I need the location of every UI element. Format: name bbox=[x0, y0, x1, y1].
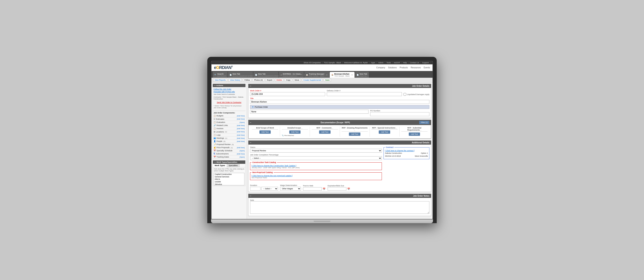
estimates-link[interactable]: [Add New] bbox=[237, 118, 245, 120]
tab-brennan[interactable]: 🏠 Brennan-Kitchen TGG Sample - Black ✕ bbox=[330, 72, 354, 78]
nav-company[interactable]: Company bbox=[376, 66, 385, 69]
populate-project-link[interactable]: Populate with Project Info bbox=[213, 90, 246, 93]
component-related-links[interactable]: 🔗 Related Links [Add New] bbox=[213, 124, 246, 127]
post-to-web-calendar-icon[interactable]: 📅 bbox=[323, 188, 326, 190]
photos-button[interactable]: Photos (4) bbox=[252, 78, 264, 82]
tab-close-5[interactable]: ✕ bbox=[351, 74, 353, 76]
admin-link[interactable]: Admin bbox=[378, 62, 384, 64]
rfp-comments-btn[interactable]: Add Text bbox=[319, 130, 330, 134]
component-specialty-schedule[interactable]: 📅 Specialty Schedule [Open] bbox=[213, 149, 246, 152]
component-budgets[interactable]: 📋 Budgets [Add New] bbox=[213, 114, 246, 117]
rfp-drawing-btn[interactable]: Add Text bbox=[349, 132, 360, 136]
create-supplemental-button[interactable]: Create Supplemental bbox=[302, 78, 323, 82]
component-evaluation[interactable]: 📋 Evaluation [Open] bbox=[213, 121, 246, 124]
work-types-tab[interactable]: Work Types bbox=[213, 164, 227, 167]
expiration-calendar-icon[interactable]: 📅 bbox=[347, 188, 350, 190]
files-button[interactable]: Files (1) bbox=[419, 121, 430, 124]
help-link[interactable]: Help bbox=[403, 62, 407, 64]
tools-link[interactable]: Tools bbox=[386, 62, 391, 64]
evaluation-link[interactable]: [Open] bbox=[240, 121, 245, 123]
site-logo[interactable]: eGRDIAN® bbox=[214, 65, 232, 70]
meetings-link[interactable]: [Add New] bbox=[237, 137, 245, 139]
follow-job-order-link[interactable]: Follow this Job Order bbox=[213, 88, 246, 90]
completion-select[interactable]: -- Select -- bbox=[250, 156, 382, 160]
contract-change-link[interactable]: [ Click here to change the contract ] bbox=[385, 150, 414, 152]
work-type-prcs[interactable]: PRCS bbox=[214, 178, 244, 181]
view-history-button[interactable]: View History bbox=[228, 78, 242, 82]
estimates-expand[interactable]: ☑ bbox=[214, 118, 216, 120]
post-to-web-input[interactable] bbox=[303, 187, 322, 191]
save-button[interactable]: Save bbox=[324, 78, 331, 82]
rfp-special-btn[interactable]: Add Text bbox=[379, 130, 390, 134]
po-number-input[interactable] bbox=[370, 112, 430, 116]
tab-training[interactable]: 📋 Training Manager TGG Sample - Black ✕ bbox=[304, 72, 329, 78]
tab-new1[interactable]: 📄 New Tab Arizona Department of Administ… bbox=[228, 72, 253, 78]
component-proposal-review[interactable]: 📝 Proposal Review (3) bbox=[213, 143, 246, 146]
component-price-proposals[interactable]: 💰 Price Proposals (1) [Add New] bbox=[213, 146, 246, 149]
people-link[interactable]: [Add New] bbox=[237, 141, 245, 142]
duration-input[interactable] bbox=[250, 187, 260, 191]
price-proposals-link[interactable]: [Add New] bbox=[237, 147, 245, 149]
component-people[interactable]: 👤 People (3) [Add New] bbox=[213, 140, 246, 143]
logs-link[interactable]: [Add New] bbox=[237, 134, 245, 136]
show-companies-link[interactable]: Show All Companies bbox=[304, 62, 321, 64]
status-select[interactable]: Proposal Review bbox=[250, 149, 382, 153]
copy-button[interactable]: Copy bbox=[285, 78, 292, 82]
related-links-link[interactable]: [Add New] bbox=[237, 124, 245, 126]
rfp-submittal-btn[interactable]: Add Text bbox=[409, 132, 420, 136]
work-order-input[interactable] bbox=[250, 92, 325, 96]
tab-close-4[interactable]: ✕ bbox=[326, 74, 328, 76]
nav-events[interactable]: Events bbox=[424, 66, 430, 69]
detailed-scope-btn[interactable]: Edit Text bbox=[289, 130, 300, 134]
work-type-oswm[interactable]: OSWM bbox=[214, 181, 244, 183]
nav-products[interactable]: Products bbox=[400, 66, 408, 69]
view-reports-button[interactable]: View Reports bbox=[213, 78, 227, 82]
specialty-schedule-link[interactable]: [Open] bbox=[240, 150, 245, 152]
tab-cleanup[interactable]: 📄 New Tab Clean Up bbox=[355, 72, 369, 78]
delivery-order-input[interactable] bbox=[327, 92, 402, 96]
non-prepriced-link[interactable]: [ Click here to change the non-prepriced… bbox=[252, 175, 292, 177]
support-link[interactable]: Support bbox=[422, 62, 429, 64]
esdo-link[interactable]: esDO® bbox=[394, 62, 400, 64]
send-job-order-link[interactable]: Send Job Order to Contractor bbox=[213, 101, 246, 104]
export-button[interactable]: Export bbox=[266, 78, 274, 82]
po-none-input[interactable] bbox=[250, 110, 368, 114]
component-logs[interactable]: 📋 Logs [Add New] bbox=[213, 133, 246, 137]
brief-scope-btn[interactable]: Edit Text bbox=[260, 130, 271, 134]
budgets-link[interactable]: [Add New] bbox=[237, 115, 245, 117]
liquidated-damages-checkbox[interactable] bbox=[404, 93, 406, 96]
work-types-list[interactable]: Capital Construction General Services PR… bbox=[214, 173, 244, 185]
apps-link[interactable]: Apps bbox=[371, 62, 375, 64]
component-tracking-dates[interactable]: 📅 Tracking Dates [Open] bbox=[213, 156, 246, 159]
tab-expired[interactable]: ⚠ EXPIRED - 6-2 State... Arizona Departm… bbox=[279, 72, 304, 78]
invoices-link[interactable]: [Add New] bbox=[237, 128, 245, 129]
wage-select[interactable]: Other Wages bbox=[280, 187, 301, 191]
work-type-stimulus[interactable]: Stimulus bbox=[214, 183, 244, 185]
nav-solutions[interactable]: Solutions bbox=[388, 66, 397, 69]
work-type-general[interactable]: General Services bbox=[214, 176, 244, 178]
move-button[interactable]: Move bbox=[293, 78, 301, 82]
contact-us-link[interactable]: Contact Us bbox=[410, 62, 419, 64]
notes-textarea[interactable] bbox=[250, 201, 430, 214]
title-input[interactable] bbox=[250, 100, 430, 104]
work-type-capital[interactable]: Capital Construction bbox=[214, 173, 244, 176]
subcontractors-link[interactable]: [Add New] bbox=[237, 153, 245, 155]
purchase-order-header[interactable]: ▼ Purchase Order bbox=[250, 105, 430, 109]
nav-resources[interactable]: Resources bbox=[411, 66, 421, 69]
component-estimates[interactable]: ☑ Estimates [Add New] bbox=[213, 117, 246, 121]
delete-button[interactable]: Delete bbox=[275, 78, 284, 82]
component-invoices[interactable]: 📋 Invoices [Add New] bbox=[213, 127, 246, 130]
component-locations[interactable]: ⊞ Locations (1) [Add New] bbox=[213, 130, 246, 133]
component-subcontractors[interactable]: 🏗 Subcontractors [Add New] bbox=[213, 152, 246, 156]
construction-catalog-link[interactable]: [ Click here to change the Construction … bbox=[252, 165, 296, 167]
tab-search[interactable]: 🔍 Search and Recent bbox=[213, 72, 228, 78]
tracking-dates-link[interactable]: [Open] bbox=[240, 156, 245, 158]
locations-expand[interactable]: ⊞ bbox=[214, 130, 215, 133]
locations-link[interactable]: [Add New] bbox=[237, 131, 245, 133]
specialties-tab[interactable]: Specialties bbox=[227, 164, 240, 167]
expiration-input[interactable] bbox=[328, 187, 346, 191]
component-meetings[interactable]: 👥 Meetings (1) [Add New] bbox=[213, 137, 246, 140]
follow-button[interactable]: Follow bbox=[243, 78, 251, 82]
tab-new2[interactable]: 📄 New Tab Arizona Department of Administ… bbox=[254, 72, 278, 78]
duration-select[interactable]: -- Select -- bbox=[261, 187, 278, 191]
